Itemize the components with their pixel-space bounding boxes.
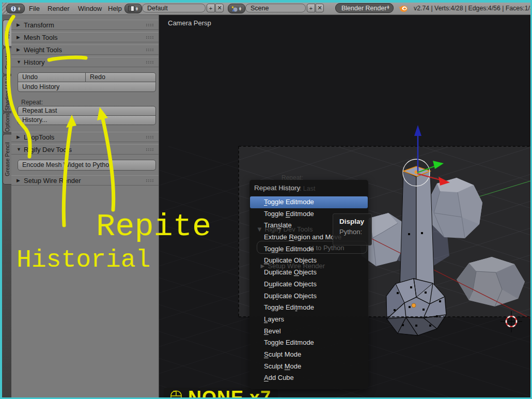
menu-item-duplicate-objects-8[interactable]: Duplicate Objects [250, 290, 368, 302]
panel-header-label: Weight Tools [24, 45, 62, 55]
layout-close-button[interactable]: ✕ [215, 4, 224, 12]
close-icon: ✕ [317, 5, 322, 11]
sidebar-tab-grease-pencil[interactable]: Grease Pencil [3, 134, 11, 185]
panel-header-weight-tools[interactable]: ▶Weight Tools [11, 44, 159, 55]
viewport-mode-label: Camera Persp [168, 19, 211, 27]
close-icon: ✕ [217, 5, 222, 11]
menu-item-toggle-editmode-0[interactable]: Toggle Editmode [250, 196, 368, 208]
menu-item-sculpt-mode-13[interactable]: Sculpt Mode [250, 349, 368, 361]
menu-item-toggle-editmode-12[interactable]: Toggle Editmode [250, 337, 368, 349]
panel-header-mesh-tools[interactable]: ▶Mesh Tools [11, 32, 159, 42]
redo-button[interactable]: Redo [85, 72, 156, 82]
panel-header-setup-wire-render[interactable]: ▶Setup Wire Render [11, 175, 159, 186]
tooltip-title: Display [339, 218, 371, 225]
plus-icon: + [209, 5, 212, 11]
panel-header-looptools[interactable]: ▶LoopTools [11, 132, 159, 142]
layout-browse-button[interactable]: ▲▼ [124, 4, 142, 13]
sidebar-tab-create[interactable]: Create [3, 48, 11, 74]
object-origin-dot [412, 303, 416, 308]
history-button[interactable]: History... [18, 115, 156, 125]
scene-icon [231, 6, 238, 12]
sidebar-tab-label: Tools [4, 27, 10, 40]
info-icon [10, 6, 17, 12]
panel-grip-icon[interactable] [146, 36, 153, 39]
panel-header-label: LoopTools [24, 132, 54, 142]
chevron-right-icon: ▶ [17, 45, 20, 55]
updown-arrows-icon: ▲▼ [239, 7, 242, 11]
chevron-right-icon: ▶ [17, 33, 20, 42]
layout-add-button[interactable]: + [207, 4, 215, 12]
menu-item-duplicate-objects-5[interactable]: Duplicate Objects [250, 255, 368, 267]
undo-history-button[interactable]: Undo History [18, 82, 156, 92]
chevron-right-icon: ▶ [17, 20, 20, 30]
menu-window[interactable]: Window [78, 5, 102, 12]
panel-header-label: Setup Wire Render [24, 176, 81, 186]
sidebar-tab-label: Options [4, 113, 10, 132]
column-object [400, 171, 434, 297]
tool-shelf: ▶Transform▶Mesh Tools▶Weight Tools▼Histo… [11, 14, 159, 397]
sidebar-tab-shading-uvs[interactable]: Shading / UVs [3, 75, 11, 112]
scene-stats: v2.74 | Verts:4/28 | Edges:4/56 | Faces:… [414, 5, 530, 12]
panel-header-history[interactable]: ▼History [11, 57, 159, 67]
menu-item-layers-10[interactable]: Layers [250, 314, 368, 326]
panel-header-transform[interactable]: ▶Transform [11, 20, 159, 30]
chevron-down-icon: ▼ [17, 145, 21, 155]
blender-window-frame: Camera Persp Repeat: ▲▼ FileRenderWindow… [0, 0, 532, 399]
shelf-tab-column: ToolsCreateShading / UVsOptionsGrease Pe… [2, 14, 11, 397]
panel-header-rigify-dev-tools[interactable]: ▼Rigify Dev Tools [11, 144, 159, 155]
panel-header-label: History [24, 57, 44, 67]
layout-icon [128, 6, 134, 11]
sidebar-tab-label: Create [4, 53, 10, 69]
sidebar-tab-options[interactable]: Options [3, 113, 11, 133]
menu-file[interactable]: File [29, 5, 40, 12]
chevron-right-icon: ▶ [17, 176, 20, 186]
panel-grip-icon[interactable] [146, 136, 153, 139]
undo-button[interactable]: Undo [18, 72, 86, 82]
render-engine-dropdown[interactable]: Blender Render ▲▼ [335, 3, 394, 13]
mouse-icon [170, 390, 182, 397]
scene-add-button[interactable]: + [307, 4, 315, 12]
blender-window: Camera Persp Repeat: ▲▼ FileRenderWindow… [2, 3, 530, 397]
editor-type-button[interactable]: ▲▼ [6, 4, 25, 13]
encode-mesh-widget-to-python-button[interactable]: Encode Mesh Widget to Python [18, 160, 156, 171]
updown-arrows-icon: ▲▼ [386, 5, 390, 9]
panel-grip-icon[interactable] [146, 148, 153, 151]
updown-arrows-icon: ▲▼ [135, 7, 139, 11]
repeat-last-button[interactable]: Repeat Last [18, 106, 156, 116]
sidebar-tab-tools[interactable]: Tools [3, 20, 11, 47]
menu-help[interactable]: Help [108, 5, 122, 12]
tooltip-python-label: Python: [339, 228, 371, 236]
panel-grip-icon[interactable] [146, 61, 153, 64]
scene-name-field[interactable]: Scene [245, 4, 306, 12]
panel-header-label: Rigify Dev Tools [24, 145, 72, 155]
scene-browse-button[interactable]: ▲▼ [228, 4, 245, 13]
menu-item-sculpt-mode-14[interactable]: Sculpt Mode [250, 361, 368, 373]
menu-title: Repeat History [254, 184, 300, 192]
panel-grip-icon[interactable] [146, 179, 153, 182]
panel-header-label: Mesh Tools [24, 33, 58, 42]
panel-grip-icon[interactable] [146, 24, 153, 26]
chevron-right-icon: ▶ [17, 132, 20, 142]
sidebar-tab-label: Shading / UVs [4, 76, 10, 111]
panel-header-label: Transform [24, 20, 54, 30]
menu-item-add-cube-15[interactable]: Add Cube [250, 372, 368, 384]
header-bar: ▲▼ FileRenderWindowHelp ▲▼ Default + ✕ [2, 3, 530, 15]
blender-logo-icon [398, 4, 408, 13]
repeat-history-menu: Repeat Last ▼ Rigify Dev Tools et to Pyt… [249, 180, 368, 389]
repeat-section-label: Repeat: [21, 99, 43, 106]
menu-item-duplicate-objects-7[interactable]: Duplicate Objects [250, 279, 368, 290]
menu-item-bevel-11[interactable]: Bevel [250, 326, 368, 337]
layout-name-field[interactable]: Default [142, 4, 206, 12]
chevron-down-icon: ▼ [17, 57, 21, 67]
scene-close-button[interactable]: ✕ [316, 4, 324, 12]
panel-grip-icon[interactable] [146, 49, 153, 51]
plus-icon: + [309, 5, 312, 11]
sidebar-tab-label: Grease Pencil [4, 142, 10, 176]
menu-item-toggle-editmode-9[interactable]: Toggle Editmode [250, 302, 368, 314]
tooltip: Display Python: [333, 213, 372, 245]
menu-item-duplicate-objects-6[interactable]: Duplicate Objects [250, 267, 368, 279]
menu-render[interactable]: Render [48, 5, 70, 12]
updown-arrows-icon: ▲▼ [18, 7, 21, 11]
